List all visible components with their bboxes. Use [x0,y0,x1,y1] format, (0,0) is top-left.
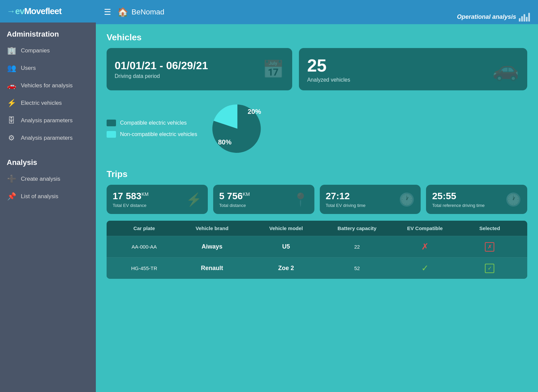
sidebar-item-create-analysis[interactable]: ➕ Create analysis [0,170,96,188]
col-selected: Selected [459,225,521,231]
logo: →evMovefleet [0,0,96,23]
add-icon: ➕ [7,175,16,183]
legend-compatible: Compatible electric vehicles [107,120,197,126]
sidebar-item-companies[interactable]: 🏢 Companies [0,42,96,59]
cell-plate-1: AA-000-AA [113,244,175,250]
sidebar-label-list: List of analysis [21,193,59,200]
total-distance-value: 5 756KM [219,191,250,202]
sidebar-item-list-analysis[interactable]: 📌 List of analysis [0,188,96,205]
logo-prefix: →ev [7,6,24,16]
pin-map-icon: 📍 [293,192,308,207]
col-plate: Car plate [113,225,175,231]
cell-brand-1: Aiways [175,243,249,250]
users-icon: 👥 [7,64,16,73]
clock-icon-2: 🕐 [505,192,521,207]
clock-icon-1: 🕐 [399,192,415,207]
analyzed-card-text: 25 Analyzed vehicles [307,55,350,83]
analysis-section-title: Analysis [0,151,96,170]
ev-distance-label: Total EV distance [113,203,149,208]
menu-icon[interactable]: ☰ [104,7,111,17]
vehicle-analysis-icon: 🚗 [7,81,16,90]
content-area: Vehicles 01/01/21 - 06/29/21 Driving dat… [96,24,538,392]
analyzed-value: 25 [307,55,350,76]
compatible-label: Compatible electric vehicles [120,120,187,126]
pin-icon: 📌 [7,192,16,201]
period-card: 01/01/21 - 06/29/21 Driving data period … [107,48,292,90]
logo-suffix: Movefleet [24,6,62,16]
cell-model-1: U5 [249,243,323,250]
legend-non-compatible: Non-compatible electric vehicles [107,131,197,138]
sidebar-label-params1: Analysis parameters [21,117,73,124]
ev-icon: ⚡ [7,99,16,107]
ref-time-value: 25:55 [432,191,485,202]
sidebar-item-vehicles-for-analysis[interactable]: 🚗 Vehicles for analysis [0,77,96,94]
analyzed-label: Analyzed vehicles [307,77,350,83]
sidebar-item-analysis-params-2[interactable]: ⚙ Analysis parameters [0,129,96,147]
sidebar: →evMovefleet Administration 🏢 Companies … [0,0,96,392]
pie-section: Compatible electric vehicles Non-compati… [107,98,527,159]
selected-box-2[interactable]: ✓ [459,264,521,273]
main-content: ☰ 🏠 BeNomad Operational analysis Vehicle… [96,0,538,392]
chart-legend: Compatible electric vehicles Non-compati… [107,120,197,138]
cell-plate-2: HG-455-TR [113,265,175,271]
ev-time-label: Total EV driving time [326,203,366,208]
sidebar-item-users[interactable]: 👥 Users [0,59,96,77]
analyzed-card: 25 Analyzed vehicles 🚗 [299,48,527,90]
sidebar-label-params2: Analysis parameters [21,135,73,141]
gear-icon: ⚙ [7,134,16,142]
sidebar-label-companies: Companies [21,47,50,54]
selected-checkbox-1[interactable]: ✗ [485,242,494,252]
home-icon[interactable]: 🏠 [117,7,128,17]
col-brand: Vehicle brand [175,225,249,231]
selected-checkbox-2[interactable]: ✓ [485,264,494,273]
admin-section-title: Administration [0,23,96,42]
calendar-icon: 📅 [262,59,284,80]
topbar-title: BeNomad [131,8,164,16]
sidebar-label-ev: Electric vehicles [21,100,62,106]
ev-time-value: 27:12 [326,191,366,202]
sidebar-item-analysis-params-1[interactable]: 🗄 Analysis parameters [0,112,96,129]
sidebar-label-create: Create analysis [21,176,60,182]
vehicles-table: Car plate Vehicle brand Vehicle model Ba… [107,221,527,279]
lightning-icon: ⚡ [186,192,202,207]
ref-time-label: Total reference driving time [432,203,485,208]
trip-card-ev-time: 27:12 Total EV driving time 🕐 [320,185,421,214]
selected-box-1[interactable]: ✗ [459,242,521,252]
compatible-color-swatch [107,120,116,126]
ev-distance-value: 17 583KM [113,191,149,202]
ev-compat-icon-1: ✗ [391,242,459,252]
ev-compat-icon-2: ✓ [391,263,459,273]
cell-battery-1: 22 [323,244,391,250]
cell-battery-2: 52 [323,265,391,271]
trip-card-ev-distance: 17 583KM Total EV distance ⚡ [107,185,208,214]
sidebar-item-electric-vehicles[interactable]: ⚡ Electric vehicles [0,94,96,112]
vehicles-cards-row: 01/01/21 - 06/29/21 Driving data period … [107,48,527,90]
total-distance-label: Total distance [219,203,250,208]
table-row: HG-455-TR Renault Zoe 2 52 ✓ ✓ [107,257,527,279]
trip-cards-row: 17 583KM Total EV distance ⚡ 5 756KM Tot… [107,185,527,214]
bar-chart-icon [519,12,530,21]
table-row: AA-000-AA Aiways U5 22 ✗ ✗ [107,236,527,257]
col-model: Vehicle model [249,225,323,231]
vehicle-icon: 🚗 [492,57,519,82]
companies-icon: 🏢 [7,46,16,55]
non-compatible-color-swatch [107,131,116,138]
trip-card-ref-time: 25:55 Total reference driving time 🕐 [426,185,527,214]
cell-model-2: Zoe 2 [249,265,323,272]
non-compatible-label: Non-compatible electric vehicles [120,131,197,137]
vehicles-section-title: Vehicles [107,32,527,43]
pie-chart: 80% 20% [210,102,264,156]
period-label: Driving data period [115,73,208,79]
period-card-text: 01/01/21 - 06/29/21 Driving data period [115,59,208,79]
topbar-subtitle: Operational analysis [457,12,530,21]
sidebar-label-vehicles: Vehicles for analysis [21,82,73,89]
topbar: ☰ 🏠 BeNomad Operational analysis [96,0,538,24]
trips-section-title: Trips [107,169,527,179]
pie-label-80: 80% [218,138,231,146]
table-header: Car plate Vehicle brand Vehicle model Ba… [107,221,527,236]
pie-label-20: 20% [247,108,261,116]
sidebar-label-users: Users [21,65,36,72]
period-value: 01/01/21 - 06/29/21 [115,59,208,72]
trip-card-total-distance: 5 756KM Total distance 📍 [213,185,314,214]
db-icon: 🗄 [7,116,16,125]
